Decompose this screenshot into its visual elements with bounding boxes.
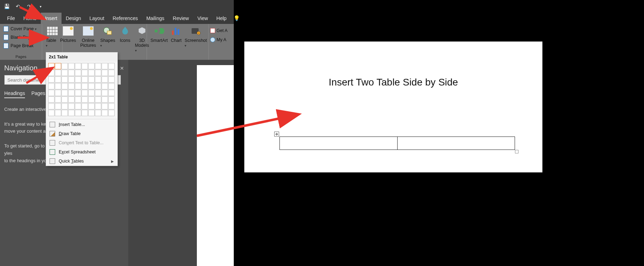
- pictures-button[interactable]: Pictures: [59, 25, 77, 43]
- grid-cell[interactable]: [62, 110, 68, 116]
- tab-review[interactable]: Review: [169, 13, 193, 24]
- grid-cell[interactable]: [68, 63, 75, 69]
- grid-cell[interactable]: [95, 83, 101, 89]
- table-size-grid[interactable]: [46, 62, 117, 118]
- grid-cell[interactable]: [95, 70, 101, 76]
- grid-cell[interactable]: [88, 103, 95, 109]
- grid-cell[interactable]: [95, 63, 101, 69]
- grid-cell[interactable]: [48, 63, 54, 69]
- grid-cell[interactable]: [75, 90, 81, 96]
- grid-cell[interactable]: [75, 96, 81, 103]
- grid-cell[interactable]: [48, 90, 54, 96]
- grid-cell[interactable]: [62, 63, 68, 69]
- customize-qat-icon[interactable]: ▾: [37, 3, 44, 10]
- grid-cell[interactable]: [75, 110, 81, 116]
- table-button[interactable]: Table: [44, 25, 60, 48]
- smartart-button[interactable]: SmartArt: [149, 25, 169, 49]
- grid-cell[interactable]: [95, 76, 101, 83]
- close-icon[interactable]: ✕: [120, 65, 124, 71]
- grid-cell[interactable]: [82, 96, 88, 103]
- grid-cell[interactable]: [75, 103, 81, 109]
- grid-cell[interactable]: [82, 70, 88, 76]
- grid-cell[interactable]: [108, 90, 115, 96]
- grid-cell[interactable]: [108, 103, 115, 109]
- grid-cell[interactable]: [102, 76, 108, 83]
- page-break-button[interactable]: Page Break: [2, 42, 40, 50]
- draw-table-menu-item[interactable]: Draw Table: [46, 129, 117, 138]
- get-addins-button[interactable]: Get A: [209, 26, 233, 35]
- grid-cell[interactable]: [82, 110, 88, 116]
- grid-cell[interactable]: [95, 110, 101, 116]
- grid-cell[interactable]: [82, 76, 88, 83]
- document-page-left[interactable]: [197, 65, 234, 266]
- grid-cell[interactable]: [108, 76, 115, 83]
- grid-cell[interactable]: [62, 103, 68, 109]
- grid-cell[interactable]: [82, 83, 88, 89]
- table-cell-2[interactable]: [398, 137, 515, 150]
- grid-cell[interactable]: [75, 70, 81, 76]
- tab-file[interactable]: File: [3, 13, 19, 24]
- grid-cell[interactable]: [102, 103, 108, 109]
- quick-tables-menu-item[interactable]: Quick Tables ▶: [46, 157, 117, 166]
- grid-cell[interactable]: [68, 83, 75, 89]
- grid-cell[interactable]: [62, 90, 68, 96]
- undo-icon[interactable]: ↶: [15, 3, 21, 10]
- grid-cell[interactable]: [108, 110, 115, 116]
- grid-cell[interactable]: [68, 70, 75, 76]
- tab-mailings[interactable]: Mailings: [142, 13, 168, 24]
- tab-references[interactable]: References: [109, 13, 142, 24]
- icons-button[interactable]: Icons: [118, 25, 132, 43]
- grid-cell[interactable]: [68, 110, 75, 116]
- grid-cell[interactable]: [102, 96, 108, 103]
- grid-cell[interactable]: [88, 70, 95, 76]
- grid-cell[interactable]: [88, 110, 95, 116]
- grid-cell[interactable]: [95, 90, 101, 96]
- grid-cell[interactable]: [55, 76, 61, 83]
- grid-cell[interactable]: [62, 96, 68, 103]
- tab-view[interactable]: View: [193, 13, 212, 24]
- grid-cell[interactable]: [102, 83, 108, 89]
- chart-button[interactable]: Chart: [169, 25, 183, 49]
- grid-cell[interactable]: [88, 76, 95, 83]
- grid-cell[interactable]: [55, 83, 61, 89]
- grid-cell[interactable]: [102, 90, 108, 96]
- inserted-two-column-table[interactable]: [279, 137, 515, 150]
- grid-cell[interactable]: [102, 70, 108, 76]
- grid-cell[interactable]: [62, 83, 68, 89]
- grid-cell[interactable]: [68, 90, 75, 96]
- online-pictures-button[interactable]: Online Pictures: [79, 25, 97, 48]
- tab-help[interactable]: Help: [212, 13, 231, 24]
- grid-cell[interactable]: [48, 76, 54, 83]
- grid-cell[interactable]: [62, 76, 68, 83]
- my-addins-button[interactable]: My A: [209, 35, 233, 44]
- grid-cell[interactable]: [55, 90, 61, 96]
- grid-cell[interactable]: [55, 70, 61, 76]
- nav-tab-pages[interactable]: Pages: [31, 90, 45, 98]
- insert-table-menu-item[interactable]: Insert Table...: [46, 120, 117, 129]
- grid-cell[interactable]: [82, 63, 88, 69]
- cover-page-button[interactable]: Cover Page: [2, 25, 40, 33]
- tellme-icon[interactable]: 💡: [233, 13, 240, 24]
- grid-cell[interactable]: [75, 63, 81, 69]
- tab-design[interactable]: Design: [62, 13, 85, 24]
- grid-cell[interactable]: [108, 63, 115, 69]
- grid-cell[interactable]: [55, 96, 61, 103]
- blank-page-button[interactable]: Blank Page: [2, 33, 40, 42]
- shapes-button[interactable]: Shapes: [99, 25, 116, 48]
- grid-cell[interactable]: [82, 103, 88, 109]
- grid-cell[interactable]: [88, 90, 95, 96]
- table-cell-1[interactable]: [280, 137, 398, 150]
- grid-cell[interactable]: [75, 83, 81, 89]
- grid-cell[interactable]: [68, 96, 75, 103]
- tab-layout[interactable]: Layout: [85, 13, 109, 24]
- tab-home[interactable]: Home: [19, 13, 41, 24]
- excel-spreadsheet-menu-item[interactable]: Excel Spreadsheet: [46, 147, 117, 157]
- tab-insert[interactable]: Insert: [41, 13, 62, 24]
- grid-cell[interactable]: [48, 83, 54, 89]
- grid-cell[interactable]: [55, 103, 61, 109]
- grid-cell[interactable]: [68, 76, 75, 83]
- table-resize-handle-icon[interactable]: [515, 150, 519, 153]
- redo-icon[interactable]: ↷: [26, 3, 32, 10]
- grid-cell[interactable]: [82, 90, 88, 96]
- table-move-handle-icon[interactable]: ✥: [274, 132, 279, 137]
